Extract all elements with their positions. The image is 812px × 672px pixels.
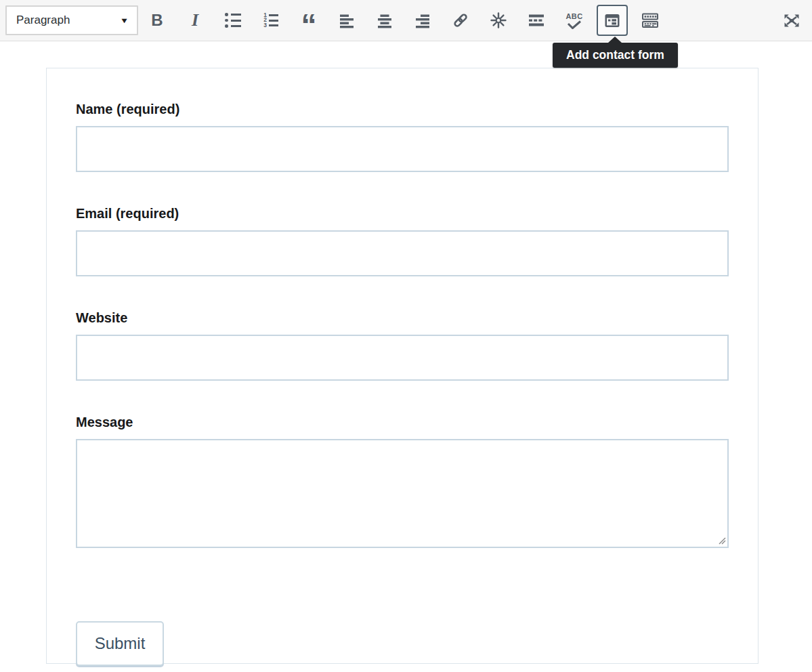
- contact-form-preview: Name (required) Email (required) Website…: [46, 68, 758, 664]
- email-field-label: Email (required): [76, 206, 729, 222]
- unlink-icon: [490, 12, 507, 29]
- blockquote-icon: “: [301, 12, 317, 28]
- email-input[interactable]: [76, 230, 729, 276]
- editor-toolbar: Paragraph ▼ B I 1 2 3: [0, 0, 812, 41]
- fullscreen-button[interactable]: [773, 3, 811, 38]
- bulleted-list-icon: [225, 13, 241, 28]
- align-center-icon: [377, 12, 393, 28]
- numbered-list-button[interactable]: 1 2 3: [252, 3, 290, 38]
- paragraph-style-dropdown[interactable]: Paragraph ▼: [5, 5, 138, 35]
- link-icon: [452, 12, 469, 29]
- paragraph-style-value: Paragraph: [16, 14, 70, 27]
- align-right-icon: [414, 12, 431, 28]
- bold-button[interactable]: B: [138, 3, 176, 38]
- toolbar-toggle-button[interactable]: [631, 3, 669, 38]
- align-center-button[interactable]: [366, 3, 404, 38]
- align-left-icon: [339, 12, 355, 28]
- form-field-name: Name (required): [76, 102, 729, 172]
- website-field-label: Website: [76, 310, 729, 326]
- form-field-email: Email (required): [76, 206, 729, 276]
- align-left-button[interactable]: [328, 3, 366, 38]
- italic-icon: I: [192, 10, 198, 30]
- submit-button[interactable]: Submit: [76, 621, 164, 666]
- remove-link-button[interactable]: [479, 3, 517, 38]
- fullscreen-expand-icon: [782, 12, 801, 29]
- ol-num-3: 3: [263, 23, 267, 28]
- spellcheck-icon: ABC: [565, 12, 582, 29]
- italic-button[interactable]: I: [176, 3, 214, 38]
- tooltip-text: Add contact form: [566, 48, 664, 62]
- name-input[interactable]: [76, 126, 729, 172]
- tooltip-add-contact-form: Add contact form: [553, 43, 678, 68]
- message-field-label: Message: [76, 415, 729, 430]
- insert-read-more-button[interactable]: [517, 3, 555, 38]
- insert-link-button[interactable]: [442, 3, 479, 38]
- numbered-list-icon: 1 2 3: [263, 13, 278, 28]
- spellcheck-button[interactable]: ABC: [555, 3, 593, 38]
- caret-down-icon: ▼: [120, 16, 129, 24]
- add-contact-form-button[interactable]: [597, 5, 628, 36]
- spellcheck-label: ABC: [565, 12, 582, 20]
- website-input[interactable]: [76, 335, 729, 381]
- read-more-icon: [528, 13, 545, 28]
- bold-icon: B: [151, 11, 163, 30]
- contact-form-icon: [604, 14, 620, 28]
- name-field-label: Name (required): [76, 102, 729, 117]
- form-field-website: Website: [76, 310, 729, 381]
- message-textarea[interactable]: [76, 439, 729, 548]
- align-right-button[interactable]: [404, 3, 442, 38]
- bulleted-list-button[interactable]: [214, 3, 252, 38]
- form-field-message: Message: [76, 415, 729, 548]
- keyboard-icon: [641, 13, 659, 28]
- editor-window: Paragraph ▼ B I 1 2 3: [0, 0, 812, 672]
- blockquote-button[interactable]: “: [290, 3, 328, 38]
